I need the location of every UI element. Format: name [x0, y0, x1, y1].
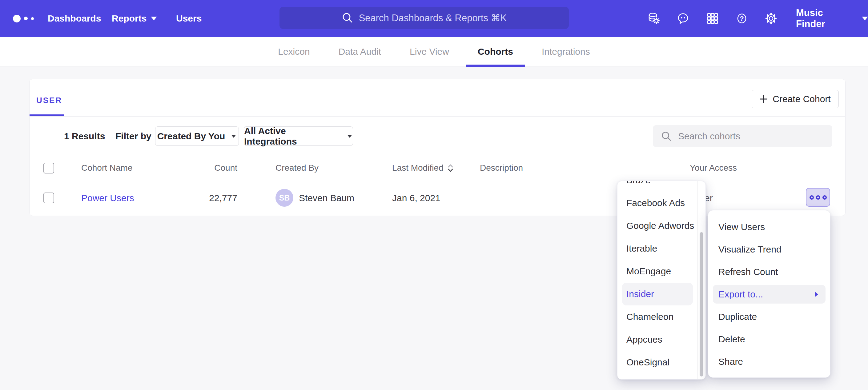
cohort-search-input[interactable]	[678, 131, 824, 141]
mixpanel-logo[interactable]	[13, 0, 34, 37]
help-button[interactable]: ?	[735, 11, 749, 26]
logo-dot-large	[13, 15, 21, 23]
project-name: Music Finder	[796, 7, 854, 30]
cohort-name-link[interactable]: Power Users	[81, 180, 134, 216]
menu-item-export-to[interactable]: Export to...	[713, 285, 826, 303]
submenu-scrollbar[interactable]	[700, 232, 703, 377]
apps-grid-button[interactable]	[706, 11, 720, 26]
ellipsis-icon	[809, 195, 814, 200]
col-last-modified[interactable]: Last Modified	[392, 156, 453, 180]
col-count: Count	[200, 156, 237, 180]
menu-item-share[interactable]: Share	[708, 350, 830, 373]
logo-dot-medium	[24, 17, 28, 20]
gear-icon	[764, 11, 778, 26]
col-cohort-name: Cohort Name	[81, 156, 133, 180]
row-actions-button[interactable]	[806, 188, 830, 207]
submenu-item-insider[interactable]: Insider	[622, 283, 693, 305]
row-checkbox[interactable]	[43, 193, 54, 203]
plus-icon	[760, 95, 768, 103]
menu-item-duplicate[interactable]: Duplicate	[708, 305, 830, 328]
chevron-down-icon	[347, 135, 352, 137]
created-by-name: Steven Baum	[299, 180, 354, 216]
tab-integrations[interactable]: Integrations	[542, 37, 590, 67]
cohort-count: 22,777	[200, 180, 237, 216]
logo-dot-small	[31, 17, 34, 20]
nav-item-users[interactable]: Users	[176, 0, 202, 37]
chevron-down-icon	[231, 135, 237, 137]
integrations-filter-dropdown[interactable]: All Active Integrations	[244, 126, 353, 146]
submenu-arrow-icon	[814, 291, 819, 298]
create-cohort-button[interactable]: Create Cohort	[752, 90, 839, 108]
submenu-item-moengage[interactable]: MoEngage	[617, 260, 698, 283]
top-nav: Dashboards Reports Users Search Dashboar…	[0, 0, 868, 37]
filter-by-label: Filter by	[116, 126, 151, 146]
avatar: SB	[276, 189, 293, 207]
menu-item-visualize-trend[interactable]: Visualize Trend	[708, 238, 830, 261]
row-context-menu: View Users Visualize Trend Refresh Count…	[708, 210, 831, 378]
data-management-button[interactable]	[647, 11, 661, 26]
table-header: Cohort Name Count Created By Last Modifi…	[30, 156, 845, 180]
col-your-access: Your Access	[690, 156, 737, 180]
tab-live-view[interactable]: Live View	[410, 37, 449, 67]
search-icon	[661, 131, 672, 142]
project-switcher[interactable]: Music Finder	[796, 0, 868, 37]
results-count: 1 Results	[64, 126, 105, 146]
card-header-divider	[30, 116, 845, 117]
export-destinations-list: Braze Facebook Ads Google Adwords Iterab…	[617, 181, 698, 379]
export-destinations-submenu: Braze Facebook Ads Google Adwords Iterab…	[617, 181, 706, 380]
cohort-search-box	[653, 125, 832, 147]
settings-button[interactable]	[764, 11, 778, 26]
menu-item-refresh-count[interactable]: Refresh Count	[708, 261, 830, 283]
submenu-item-iterable[interactable]: Iterable	[617, 237, 698, 260]
last-modified-date: Jan 6, 2021	[392, 180, 440, 216]
filter-divider	[105, 129, 105, 143]
help-icon: ?	[735, 11, 749, 26]
nav-item-reports[interactable]: Reports	[112, 0, 157, 37]
global-search-bar[interactable]: Search Dashboards & Reports ⌘K	[279, 7, 569, 29]
submenu-item-appcues[interactable]: Appcues	[617, 328, 698, 351]
col-description: Description	[480, 156, 523, 180]
created-by-filter-dropdown[interactable]: Created By You	[155, 126, 239, 146]
svg-text:?: ?	[740, 15, 744, 23]
tab-data-audit[interactable]: Data Audit	[339, 37, 381, 67]
submenu-item-onesignal[interactable]: OneSignal	[617, 351, 698, 374]
tab-lexicon[interactable]: Lexicon	[278, 37, 310, 67]
feedback-button[interactable]	[676, 11, 690, 26]
global-search-placeholder: Search Dashboards & Reports ⌘K	[359, 12, 507, 24]
section-tabbar: Lexicon Data Audit Live View Cohorts Int…	[0, 37, 868, 67]
chat-bubble-icon	[676, 11, 690, 26]
menu-item-view-users[interactable]: View Users	[708, 216, 830, 238]
tab-user-cohorts[interactable]: USER	[36, 96, 62, 105]
submenu-item-chameleon[interactable]: Chameleon	[617, 305, 698, 328]
select-all-checkbox[interactable]	[43, 163, 54, 173]
chevron-down-icon	[862, 17, 868, 20]
nav-item-dashboards[interactable]: Dashboards	[48, 0, 101, 37]
submenu-item-braze[interactable]: Braze	[617, 181, 698, 192]
submenu-item-facebook-ads[interactable]: Facebook Ads	[617, 192, 698, 215]
col-created-by: Created By	[276, 156, 318, 180]
database-gear-icon	[647, 11, 661, 26]
cohorts-card: USER Create Cohort 1 Results Filter by C…	[29, 79, 845, 216]
search-icon	[342, 12, 353, 24]
scrollbar-gutter	[698, 181, 698, 379]
chevron-down-icon	[151, 17, 157, 20]
sort-icon	[448, 164, 453, 172]
submenu-item-google-adwords[interactable]: Google Adwords	[617, 215, 698, 237]
grid-icon	[706, 11, 720, 26]
tab-cohorts[interactable]: Cohorts	[478, 37, 513, 67]
menu-item-delete[interactable]: Delete	[708, 328, 830, 350]
